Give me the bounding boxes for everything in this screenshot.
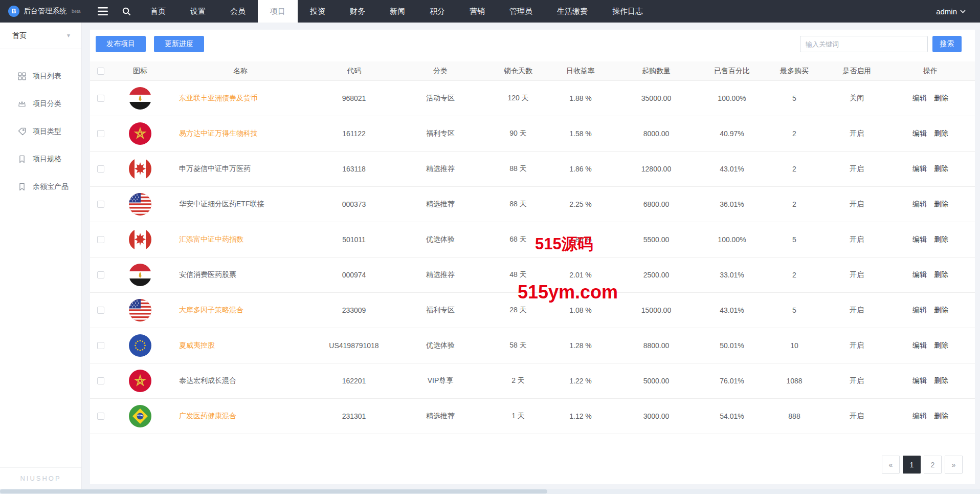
daily-rate: 2.25 %	[569, 200, 592, 208]
row-checkbox[interactable]	[97, 165, 104, 173]
project-name-link[interactable]: 大摩多因子策略混合	[179, 306, 243, 314]
project-code: 233009	[342, 306, 366, 314]
edit-link[interactable]: 编辑	[912, 94, 927, 102]
publish-project-button[interactable]: 发布项目	[96, 36, 146, 52]
delete-link[interactable]: 删除	[934, 164, 948, 173]
delete-link[interactable]: 删除	[934, 341, 948, 349]
delete-link[interactable]: 删除	[934, 306, 948, 314]
delete-link[interactable]: 删除	[934, 270, 948, 278]
table-header-row: 图标名称代码分类锁仓天数日收益率起购数量已售百分比最多购买是否启用操作	[90, 61, 975, 81]
table-row: 华安中证细分医药ETF联接000373精选推荐88 天2.25 %6800.00…	[90, 187, 975, 222]
delete-link[interactable]: 删除	[934, 200, 948, 208]
column-header: 起购数量	[610, 67, 703, 76]
column-header: 锁仓天数	[485, 67, 551, 76]
nav-item[interactable]: 投资	[298, 0, 338, 23]
nav-item[interactable]: 生活缴费	[545, 0, 600, 23]
row-checkbox[interactable]	[97, 201, 104, 208]
edit-link[interactable]: 编辑	[912, 376, 927, 384]
pagination-prev-button[interactable]: «	[882, 456, 900, 474]
pagination-page-button[interactable]: 2	[924, 456, 942, 474]
row-checkbox[interactable]	[97, 95, 104, 102]
project-name-link[interactable]: 申万菱信中证申万医药	[179, 164, 251, 173]
scrollbar-thumb[interactable]	[0, 489, 547, 493]
egypt-flag	[129, 264, 151, 286]
project-name-link[interactable]: 安信消费医药股票	[179, 270, 236, 278]
project-name-link[interactable]: 华安中证细分医药ETF联接	[179, 200, 264, 208]
nav-item[interactable]: 设置	[178, 0, 218, 23]
project-code: 501011	[342, 235, 366, 244]
nav-item[interactable]: 新闻	[377, 0, 417, 23]
lock-days: 48 天	[509, 270, 526, 278]
nav-item[interactable]: 首页	[138, 0, 178, 23]
morocco-flag	[129, 122, 151, 145]
nav-item[interactable]: 财务	[338, 0, 377, 23]
row-checkbox[interactable]	[97, 342, 104, 349]
edit-link[interactable]: 编辑	[912, 306, 927, 314]
projects-table: 图标名称代码分类锁仓天数日收益率起购数量已售百分比最多购买是否启用操作 东亚联丰…	[90, 61, 975, 434]
nav-item[interactable]: 项目	[258, 0, 298, 23]
sidebar-menu: 项目列表项目分类项目类型项目规格余额宝产品	[0, 49, 81, 467]
daily-rate: 1.12 %	[569, 412, 592, 420]
edit-link[interactable]: 编辑	[912, 412, 927, 420]
toolbar: 发布项目 更新进度 搜索	[90, 30, 975, 52]
grid-icon	[17, 72, 27, 81]
max-purchase: 888	[788, 412, 800, 420]
nav-item[interactable]: 营销	[457, 0, 497, 23]
edit-link[interactable]: 编辑	[912, 341, 927, 349]
delete-link[interactable]: 删除	[934, 376, 948, 384]
project-category: 优选体验	[426, 235, 455, 243]
row-checkbox[interactable]	[97, 236, 104, 243]
nav-item[interactable]: 会员	[218, 0, 258, 23]
morocco-flag	[129, 370, 151, 392]
sidebar-item[interactable]: 项目列表	[0, 62, 81, 90]
edit-link[interactable]: 编辑	[912, 164, 927, 173]
project-name-link[interactable]: 广发医药健康混合	[179, 412, 236, 420]
edit-link[interactable]: 编辑	[912, 270, 927, 278]
nav-item[interactable]: 管理员	[497, 0, 545, 23]
row-checkbox[interactable]	[97, 130, 104, 137]
nav-item[interactable]: 操作日志	[600, 0, 655, 23]
max-purchase: 2	[792, 130, 796, 138]
project-name-link[interactable]: 易方达中证万得生物科技	[179, 129, 258, 137]
search-button[interactable]: 搜索	[932, 36, 962, 52]
user-menu[interactable]: admin	[936, 7, 980, 16]
project-name-link[interactable]: 夏威夷控股	[179, 341, 215, 349]
app-logo: B 后台管理系统 beta	[0, 6, 91, 17]
delete-link[interactable]: 删除	[934, 94, 948, 102]
daily-rate: 1.88 %	[569, 94, 592, 102]
project-category: 精选推荐	[426, 200, 455, 208]
project-name-link[interactable]: 东亚联丰亚洲债券及货币	[179, 94, 258, 102]
row-checkbox[interactable]	[97, 413, 104, 420]
delete-link[interactable]: 删除	[934, 235, 948, 243]
select-all-checkbox[interactable]	[97, 68, 104, 75]
edit-link[interactable]: 编辑	[912, 200, 927, 208]
sidebar-item[interactable]: 余额宝产品	[0, 173, 81, 201]
sidebar-section-home[interactable]: 首页 ▼	[0, 23, 81, 49]
search-input[interactable]	[800, 36, 928, 52]
enabled-status: 开启	[850, 270, 864, 278]
sold-percent: 76.01%	[720, 377, 744, 385]
update-progress-button[interactable]: 更新进度	[154, 36, 204, 52]
sidebar-item[interactable]: 项目规格	[0, 145, 81, 173]
sidebar-item[interactable]: 项目类型	[0, 118, 81, 145]
sidebar-item[interactable]: 项目分类	[0, 90, 81, 118]
hamburger-menu-icon[interactable]	[91, 0, 115, 23]
row-checkbox[interactable]	[97, 377, 104, 384]
search-icon[interactable]	[115, 0, 138, 23]
nav-item[interactable]: 积分	[417, 0, 457, 23]
row-checkbox[interactable]	[97, 271, 104, 278]
delete-link[interactable]: 删除	[934, 129, 948, 137]
sold-percent: 36.01%	[720, 200, 744, 208]
delete-link[interactable]: 删除	[934, 412, 948, 420]
edit-link[interactable]: 编辑	[912, 129, 927, 137]
project-name-link[interactable]: 汇添富中证中药指数	[179, 235, 243, 243]
lock-days: 120 天	[507, 94, 528, 102]
pagination-page-button[interactable]: 1	[903, 456, 921, 474]
edit-link[interactable]: 编辑	[912, 235, 927, 243]
horizontal-scrollbar[interactable]	[0, 489, 980, 494]
row-checkbox[interactable]	[97, 307, 104, 314]
user-name: admin	[936, 7, 957, 16]
pagination-next-button[interactable]: »	[945, 456, 963, 474]
lock-days: 68 天	[509, 235, 526, 243]
project-name-link[interactable]: 泰达宏利成长混合	[179, 376, 236, 384]
